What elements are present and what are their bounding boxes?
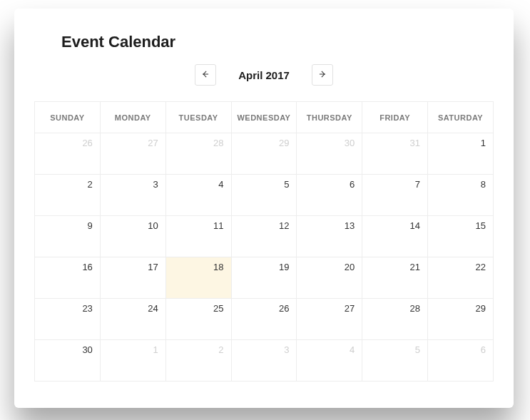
calendar-day-cell[interactable]: 23 xyxy=(35,299,101,340)
calendar-day-cell[interactable]: 12 xyxy=(231,216,297,257)
calendar-day-cell[interactable]: 5 xyxy=(231,175,297,216)
calendar-day-cell[interactable]: 31 xyxy=(362,133,428,175)
calendar-day-cell[interactable]: 27 xyxy=(297,299,362,340)
calendar-day-cell[interactable]: 17 xyxy=(100,257,165,299)
calendar-day-cell[interactable]: 3 xyxy=(100,175,165,216)
calendar-day-cell[interactable]: 1 xyxy=(428,133,494,175)
day-header: SATURDAY xyxy=(428,102,494,133)
calendar-day-cell[interactable]: 19 xyxy=(231,257,297,299)
calendar-day-cell[interactable]: 13 xyxy=(297,216,362,257)
calendar-week-row: 9101112131415 xyxy=(35,216,494,257)
calendar-day-cell[interactable]: 4 xyxy=(297,340,362,381)
calendar-day-cell[interactable]: 30 xyxy=(297,133,362,175)
calendar-day-cell[interactable]: 7 xyxy=(362,175,428,216)
calendar-day-cell[interactable]: 4 xyxy=(165,175,231,216)
calendar-day-cell[interactable]: 11 xyxy=(165,216,231,257)
calendar-day-cell[interactable]: 14 xyxy=(362,216,428,257)
arrow-left-icon xyxy=(200,69,210,81)
day-header: WEDNESDAY xyxy=(231,102,297,133)
calendar-day-cell[interactable]: 9 xyxy=(35,216,101,257)
calendar-day-cell[interactable]: 26 xyxy=(35,133,101,175)
calendar-week-row: 23242526272829 xyxy=(35,299,494,340)
calendar-day-cell[interactable]: 6 xyxy=(428,340,494,381)
calendar-day-cell[interactable]: 3 xyxy=(231,340,297,381)
day-header-row: SUNDAY MONDAY TUESDAY WEDNESDAY THURSDAY… xyxy=(35,102,494,133)
calendar-day-cell[interactable]: 10 xyxy=(100,216,165,257)
next-month-button[interactable] xyxy=(312,64,333,86)
calendar-day-cell[interactable]: 20 xyxy=(297,257,362,299)
calendar-day-cell[interactable]: 22 xyxy=(428,257,494,299)
calendar-day-cell[interactable]: 24 xyxy=(100,299,165,340)
calendar-day-cell[interactable]: 1 xyxy=(100,340,165,381)
calendar-week-row: 30123456 xyxy=(35,340,494,381)
calendar-day-cell[interactable]: 25 xyxy=(165,299,231,340)
calendar-week-row: 2345678 xyxy=(35,175,494,216)
day-header: THURSDAY xyxy=(297,102,362,133)
calendar-week-row: 16171819202122 xyxy=(35,257,494,299)
calendar-day-cell[interactable]: 29 xyxy=(428,299,494,340)
calendar-day-cell[interactable]: 28 xyxy=(165,133,231,175)
calendar-day-cell[interactable]: 5 xyxy=(362,340,428,381)
calendar-week-row: 2627282930311 xyxy=(35,133,494,175)
month-label: April 2017 xyxy=(232,69,296,81)
calendar-day-cell[interactable]: 2 xyxy=(35,175,101,216)
calendar-day-cell[interactable]: 16 xyxy=(35,257,101,299)
calendar-day-cell[interactable]: 21 xyxy=(362,257,428,299)
month-nav: April 2017 xyxy=(34,64,494,86)
calendar-day-cell[interactable]: 26 xyxy=(231,299,297,340)
calendar-day-cell[interactable]: 18 xyxy=(165,257,231,299)
prev-month-button[interactable] xyxy=(195,64,216,86)
calendar-day-cell[interactable]: 27 xyxy=(100,133,165,175)
page-title: Event Calendar xyxy=(61,33,494,51)
day-header: TUESDAY xyxy=(165,102,231,133)
calendar-card: Event Calendar April 2017 SUNDAY MONDAY … xyxy=(14,9,514,408)
calendar-day-cell[interactable]: 2 xyxy=(165,340,231,381)
calendar-day-cell[interactable]: 8 xyxy=(428,175,494,216)
day-header: MONDAY xyxy=(100,102,165,133)
day-header: SUNDAY xyxy=(35,102,101,133)
calendar-day-cell[interactable]: 6 xyxy=(297,175,362,216)
calendar-grid: SUNDAY MONDAY TUESDAY WEDNESDAY THURSDAY… xyxy=(34,101,494,381)
day-header: FRIDAY xyxy=(362,102,428,133)
calendar-day-cell[interactable]: 15 xyxy=(428,216,494,257)
calendar-day-cell[interactable]: 28 xyxy=(362,299,428,340)
calendar-day-cell[interactable]: 30 xyxy=(35,340,101,381)
arrow-right-icon xyxy=(317,69,327,81)
calendar-day-cell[interactable]: 29 xyxy=(231,133,297,175)
